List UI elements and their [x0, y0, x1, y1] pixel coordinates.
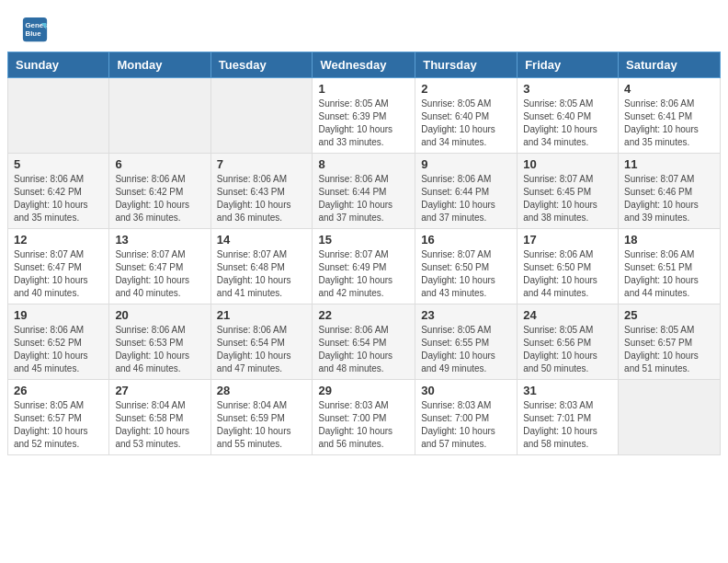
day-number: 10 — [523, 157, 612, 171]
day-info: Sunrise: 8:03 AM Sunset: 7:01 PM Dayligh… — [523, 399, 612, 451]
calendar-cell: 3Sunrise: 8:05 AM Sunset: 6:40 PM Daylig… — [518, 78, 619, 154]
header-day-monday: Monday — [109, 52, 210, 78]
day-number: 5 — [14, 157, 103, 171]
calendar-cell: 18Sunrise: 8:06 AM Sunset: 6:51 PM Dayli… — [619, 229, 721, 304]
day-info: Sunrise: 8:06 AM Sunset: 6:54 PM Dayligh… — [318, 324, 409, 375]
calendar-cell: 7Sunrise: 8:06 AM Sunset: 6:43 PM Daylig… — [210, 154, 313, 229]
logo-icon: General Blue — [22, 17, 48, 42]
day-info: Sunrise: 8:06 AM Sunset: 6:42 PM Dayligh… — [14, 173, 103, 224]
day-info: Sunrise: 8:07 AM Sunset: 6:46 PM Dayligh… — [624, 173, 714, 224]
day-info: Sunrise: 8:07 AM Sunset: 6:47 PM Dayligh… — [14, 248, 103, 300]
calendar-wrapper: SundayMondayTuesdayWednesdayThursdayFrid… — [0, 52, 728, 463]
calendar-cell: 15Sunrise: 8:07 AM Sunset: 6:49 PM Dayli… — [313, 229, 415, 304]
calendar-cell — [109, 78, 210, 154]
day-number: 25 — [624, 308, 714, 322]
day-number: 18 — [624, 233, 714, 247]
calendar-cell: 13Sunrise: 8:07 AM Sunset: 6:47 PM Dayli… — [109, 229, 210, 304]
day-number: 9 — [421, 157, 511, 171]
day-number: 23 — [421, 308, 511, 322]
calendar-cell: 6Sunrise: 8:06 AM Sunset: 6:42 PM Daylig… — [109, 154, 210, 229]
calendar-week-5: 26Sunrise: 8:05 AM Sunset: 6:57 PM Dayli… — [8, 380, 721, 455]
day-number: 8 — [318, 157, 409, 171]
day-number: 28 — [217, 384, 307, 397]
day-info: Sunrise: 8:04 AM Sunset: 6:58 PM Dayligh… — [115, 399, 204, 451]
calendar-cell: 22Sunrise: 8:06 AM Sunset: 6:54 PM Dayli… — [313, 304, 415, 380]
calendar-cell: 30Sunrise: 8:03 AM Sunset: 7:00 PM Dayli… — [415, 380, 518, 455]
calendar-cell: 4Sunrise: 8:06 AM Sunset: 6:41 PM Daylig… — [619, 78, 721, 154]
calendar-cell: 17Sunrise: 8:06 AM Sunset: 6:50 PM Dayli… — [518, 229, 619, 304]
calendar-cell: 31Sunrise: 8:03 AM Sunset: 7:01 PM Dayli… — [518, 380, 619, 455]
calendar-cell: 29Sunrise: 8:03 AM Sunset: 7:00 PM Dayli… — [313, 380, 415, 455]
calendar-cell: 20Sunrise: 8:06 AM Sunset: 6:53 PM Dayli… — [109, 304, 210, 380]
day-info: Sunrise: 8:05 AM Sunset: 6:39 PM Dayligh… — [318, 98, 409, 149]
day-number: 2 — [421, 82, 511, 96]
day-info: Sunrise: 8:05 AM Sunset: 6:57 PM Dayligh… — [14, 399, 103, 451]
calendar-cell: 19Sunrise: 8:06 AM Sunset: 6:52 PM Dayli… — [8, 304, 109, 380]
day-number: 14 — [217, 233, 307, 247]
header-day-friday: Friday — [518, 52, 619, 78]
calendar-cell: 14Sunrise: 8:07 AM Sunset: 6:48 PM Dayli… — [210, 229, 313, 304]
day-number: 3 — [523, 82, 612, 96]
day-info: Sunrise: 8:06 AM Sunset: 6:50 PM Dayligh… — [523, 248, 612, 300]
day-info: Sunrise: 8:06 AM Sunset: 6:53 PM Dayligh… — [115, 324, 204, 375]
calendar-week-2: 5Sunrise: 8:06 AM Sunset: 6:42 PM Daylig… — [8, 154, 721, 229]
calendar-table: SundayMondayTuesdayWednesdayThursdayFrid… — [7, 52, 721, 455]
day-info: Sunrise: 8:03 AM Sunset: 7:00 PM Dayligh… — [318, 399, 409, 451]
calendar-cell: 2Sunrise: 8:05 AM Sunset: 6:40 PM Daylig… — [415, 78, 518, 154]
calendar-cell: 1Sunrise: 8:05 AM Sunset: 6:39 PM Daylig… — [313, 78, 415, 154]
day-info: Sunrise: 8:05 AM Sunset: 6:40 PM Dayligh… — [421, 98, 511, 149]
calendar-week-1: 1Sunrise: 8:05 AM Sunset: 6:39 PM Daylig… — [8, 78, 721, 154]
calendar-cell: 16Sunrise: 8:07 AM Sunset: 6:50 PM Dayli… — [415, 229, 518, 304]
day-number: 1 — [318, 82, 409, 96]
day-info: Sunrise: 8:05 AM Sunset: 6:57 PM Dayligh… — [624, 324, 714, 375]
svg-text:Blue: Blue — [26, 29, 42, 38]
calendar-week-3: 12Sunrise: 8:07 AM Sunset: 6:47 PM Dayli… — [8, 229, 721, 304]
day-number: 30 — [421, 384, 511, 397]
header-day-tuesday: Tuesday — [210, 52, 313, 78]
day-number: 7 — [217, 157, 307, 171]
day-number: 27 — [115, 384, 204, 397]
day-info: Sunrise: 8:03 AM Sunset: 7:00 PM Dayligh… — [421, 399, 511, 451]
day-info: Sunrise: 8:06 AM Sunset: 6:42 PM Dayligh… — [115, 173, 204, 224]
day-number: 24 — [523, 308, 612, 322]
day-number: 21 — [217, 308, 307, 322]
day-info: Sunrise: 8:07 AM Sunset: 6:49 PM Dayligh… — [318, 248, 409, 300]
calendar-cell: 9Sunrise: 8:06 AM Sunset: 6:44 PM Daylig… — [415, 154, 518, 229]
day-number: 11 — [624, 157, 714, 171]
calendar-cell: 5Sunrise: 8:06 AM Sunset: 6:42 PM Daylig… — [8, 154, 109, 229]
logo: General Blue — [22, 17, 51, 42]
header-day-sunday: Sunday — [8, 52, 109, 78]
day-number: 16 — [421, 233, 511, 247]
day-info: Sunrise: 8:05 AM Sunset: 6:55 PM Dayligh… — [421, 324, 511, 375]
calendar-cell: 10Sunrise: 8:07 AM Sunset: 6:45 PM Dayli… — [518, 154, 619, 229]
calendar-cell: 26Sunrise: 8:05 AM Sunset: 6:57 PM Dayli… — [8, 380, 109, 455]
day-info: Sunrise: 8:06 AM Sunset: 6:51 PM Dayligh… — [624, 248, 714, 300]
day-info: Sunrise: 8:05 AM Sunset: 6:40 PM Dayligh… — [523, 98, 612, 149]
calendar-cell — [8, 78, 109, 154]
calendar-cell: 11Sunrise: 8:07 AM Sunset: 6:46 PM Dayli… — [619, 154, 721, 229]
day-number: 22 — [318, 308, 409, 322]
header-day-thursday: Thursday — [415, 52, 518, 78]
day-number: 4 — [624, 82, 714, 96]
day-info: Sunrise: 8:06 AM Sunset: 6:52 PM Dayligh… — [14, 324, 103, 375]
day-number: 19 — [14, 308, 103, 322]
day-info: Sunrise: 8:07 AM Sunset: 6:50 PM Dayligh… — [421, 248, 511, 300]
day-info: Sunrise: 8:05 AM Sunset: 6:56 PM Dayligh… — [523, 324, 612, 375]
day-number: 13 — [115, 233, 204, 247]
day-info: Sunrise: 8:07 AM Sunset: 6:47 PM Dayligh… — [115, 248, 204, 300]
day-number: 17 — [523, 233, 612, 247]
day-number: 31 — [523, 384, 612, 397]
calendar-cell: 12Sunrise: 8:07 AM Sunset: 6:47 PM Dayli… — [8, 229, 109, 304]
day-info: Sunrise: 8:04 AM Sunset: 6:59 PM Dayligh… — [217, 399, 307, 451]
day-info: Sunrise: 8:07 AM Sunset: 6:45 PM Dayligh… — [523, 173, 612, 224]
day-number: 26 — [14, 384, 103, 397]
calendar-cell — [210, 78, 313, 154]
day-number: 20 — [115, 308, 204, 322]
calendar-cell: 21Sunrise: 8:06 AM Sunset: 6:54 PM Dayli… — [210, 304, 313, 380]
day-info: Sunrise: 8:06 AM Sunset: 6:54 PM Dayligh… — [217, 324, 307, 375]
day-info: Sunrise: 8:06 AM Sunset: 6:44 PM Dayligh… — [421, 173, 511, 224]
calendar-week-4: 19Sunrise: 8:06 AM Sunset: 6:52 PM Dayli… — [8, 304, 721, 380]
day-number: 29 — [318, 384, 409, 397]
calendar-cell: 28Sunrise: 8:04 AM Sunset: 6:59 PM Dayli… — [210, 380, 313, 455]
calendar-cell — [619, 380, 721, 455]
